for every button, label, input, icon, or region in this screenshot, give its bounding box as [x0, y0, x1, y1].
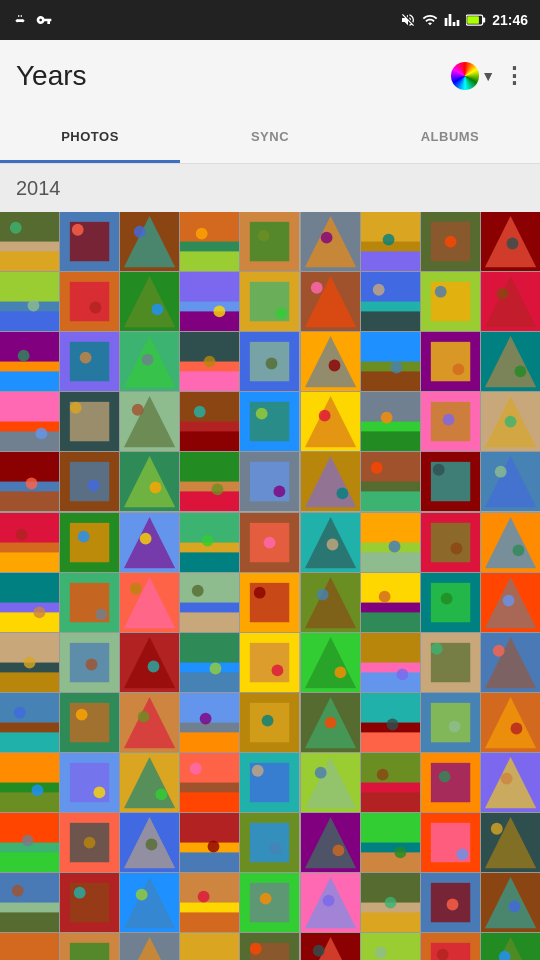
- tab-albums[interactable]: ALBUMS: [360, 112, 540, 163]
- photo-cell[interactable]: [120, 212, 179, 271]
- photo-cell[interactable]: [301, 513, 360, 572]
- photo-cell[interactable]: [60, 392, 119, 451]
- photo-cell[interactable]: [361, 693, 420, 752]
- photo-cell[interactable]: [361, 452, 420, 511]
- photo-cell[interactable]: [361, 933, 420, 960]
- photo-cell[interactable]: [301, 452, 360, 511]
- photo-cell[interactable]: [361, 332, 420, 391]
- photo-cell[interactable]: [421, 452, 480, 511]
- photo-cell[interactable]: [301, 272, 360, 331]
- photo-cell[interactable]: [0, 573, 59, 632]
- photo-cell[interactable]: [0, 332, 59, 391]
- photo-cell[interactable]: [361, 873, 420, 932]
- photo-cell[interactable]: [0, 933, 59, 960]
- photo-cell[interactable]: [120, 452, 179, 511]
- photo-cell[interactable]: [240, 513, 299, 572]
- photo-cell[interactable]: [180, 212, 239, 271]
- photo-cell[interactable]: [301, 212, 360, 271]
- photo-cell[interactable]: [0, 693, 59, 752]
- tab-photos[interactable]: PHOTOS: [0, 112, 180, 163]
- photo-cell[interactable]: [180, 693, 239, 752]
- photo-cell[interactable]: [60, 452, 119, 511]
- photo-cell[interactable]: [0, 633, 59, 692]
- photo-cell[interactable]: [301, 813, 360, 872]
- photo-cell[interactable]: [421, 392, 480, 451]
- photo-cell[interactable]: [60, 513, 119, 572]
- photo-cell[interactable]: [481, 933, 540, 960]
- photo-cell[interactable]: [120, 813, 179, 872]
- photo-cell[interactable]: [361, 272, 420, 331]
- photo-cell[interactable]: [120, 633, 179, 692]
- photo-cell[interactable]: [120, 272, 179, 331]
- photo-cell[interactable]: [240, 633, 299, 692]
- photo-cell[interactable]: [361, 513, 420, 572]
- photo-cell[interactable]: [481, 573, 540, 632]
- photo-cell[interactable]: [421, 933, 480, 960]
- photo-cell[interactable]: [180, 272, 239, 331]
- photo-cell[interactable]: [0, 513, 59, 572]
- photo-cell[interactable]: [60, 212, 119, 271]
- photo-cell[interactable]: [301, 873, 360, 932]
- photo-cell[interactable]: [240, 272, 299, 331]
- photo-cell[interactable]: [0, 813, 59, 872]
- photo-cell[interactable]: [180, 392, 239, 451]
- photo-cell[interactable]: [301, 693, 360, 752]
- photo-cell[interactable]: [0, 392, 59, 451]
- photo-cell[interactable]: [301, 573, 360, 632]
- photo-cell[interactable]: [301, 753, 360, 812]
- photo-cell[interactable]: [0, 452, 59, 511]
- photo-cell[interactable]: [481, 693, 540, 752]
- photo-cell[interactable]: [240, 392, 299, 451]
- photo-cell[interactable]: [60, 693, 119, 752]
- photo-cell[interactable]: [361, 813, 420, 872]
- photo-cell[interactable]: [240, 753, 299, 812]
- photo-cell[interactable]: [421, 332, 480, 391]
- photo-cell[interactable]: [421, 693, 480, 752]
- photo-cell[interactable]: [60, 332, 119, 391]
- photo-cell[interactable]: [180, 873, 239, 932]
- photo-cell[interactable]: [180, 933, 239, 960]
- photo-cell[interactable]: [421, 513, 480, 572]
- photo-cell[interactable]: [0, 272, 59, 331]
- photo-cell[interactable]: [481, 332, 540, 391]
- photo-cell[interactable]: [60, 933, 119, 960]
- photo-cell[interactable]: [120, 332, 179, 391]
- photo-cell[interactable]: [361, 633, 420, 692]
- photo-cell[interactable]: [0, 212, 59, 271]
- more-options-button[interactable]: ⋮: [503, 63, 524, 89]
- photo-cell[interactable]: [180, 573, 239, 632]
- photo-cell[interactable]: [60, 633, 119, 692]
- photo-cell[interactable]: [421, 633, 480, 692]
- photo-cell[interactable]: [120, 753, 179, 812]
- photo-cell[interactable]: [361, 753, 420, 812]
- photo-cell[interactable]: [301, 933, 360, 960]
- photo-cell[interactable]: [481, 633, 540, 692]
- photo-cell[interactable]: [60, 272, 119, 331]
- photo-cell[interactable]: [361, 392, 420, 451]
- photo-cell[interactable]: [421, 813, 480, 872]
- photo-cell[interactable]: [60, 873, 119, 932]
- photo-cell[interactable]: [421, 573, 480, 632]
- photo-cell[interactable]: [120, 933, 179, 960]
- tab-sync[interactable]: SYNC: [180, 112, 360, 163]
- photo-cell[interactable]: [60, 573, 119, 632]
- photo-cell[interactable]: [240, 452, 299, 511]
- photo-cell[interactable]: [180, 513, 239, 572]
- photo-cell[interactable]: [421, 753, 480, 812]
- photo-cell[interactable]: [180, 452, 239, 511]
- photo-cell[interactable]: [120, 573, 179, 632]
- photo-cell[interactable]: [481, 813, 540, 872]
- color-filter-button[interactable]: ▼: [451, 62, 495, 90]
- photo-cell[interactable]: [120, 392, 179, 451]
- photo-cell[interactable]: [421, 212, 480, 271]
- photo-cell[interactable]: [180, 332, 239, 391]
- photo-cell[interactable]: [240, 933, 299, 960]
- photo-cell[interactable]: [301, 633, 360, 692]
- photo-cell[interactable]: [421, 873, 480, 932]
- photo-cell[interactable]: [180, 753, 239, 812]
- photo-cell[interactable]: [240, 873, 299, 932]
- photo-cell[interactable]: [0, 873, 59, 932]
- photo-cell[interactable]: [481, 873, 540, 932]
- photo-cell[interactable]: [421, 272, 480, 331]
- photo-cell[interactable]: [240, 813, 299, 872]
